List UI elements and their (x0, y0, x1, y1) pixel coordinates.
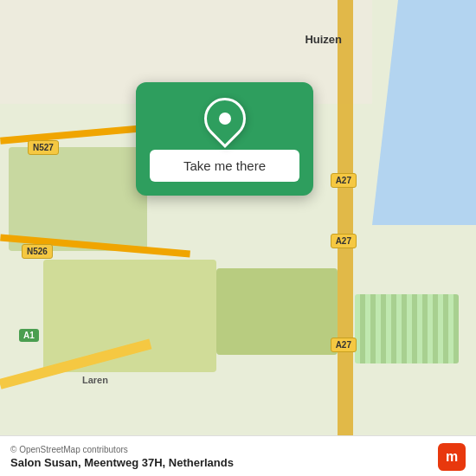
moovit-icon: m (438, 443, 466, 471)
laren-label: Laren (82, 375, 108, 385)
greenhouse-area (355, 294, 459, 363)
bottom-bar: © OpenStreetMap contributors Salon Susan… (0, 435, 476, 476)
moovit-logo: m (438, 443, 466, 471)
osm-credit: © OpenStreetMap contributors (10, 445, 234, 454)
pin-dot (219, 113, 231, 125)
a27-label-2: A27 (331, 234, 357, 248)
location-pin (196, 89, 254, 148)
map-container: A27 A27 A27 N527 N526 A1 Huizen Laren Ta… (0, 0, 476, 476)
a27-label-1: A27 (331, 173, 357, 188)
n526-label: N526 (22, 244, 53, 259)
a27-label-3: A27 (331, 338, 357, 352)
a1-label: A1 (19, 329, 39, 342)
field-1 (9, 147, 147, 251)
field-3 (216, 268, 338, 355)
huizen-label: Huizen (305, 33, 342, 46)
popup-card: Take me there (136, 82, 313, 196)
n527-label: N527 (28, 140, 59, 155)
location-name: Salon Susan, Meentweg 37H, Netherlands (10, 456, 234, 469)
bottom-info: © OpenStreetMap contributors Salon Susan… (10, 445, 234, 469)
field-2 (43, 260, 216, 372)
take-me-there-button[interactable]: Take me there (150, 150, 299, 182)
